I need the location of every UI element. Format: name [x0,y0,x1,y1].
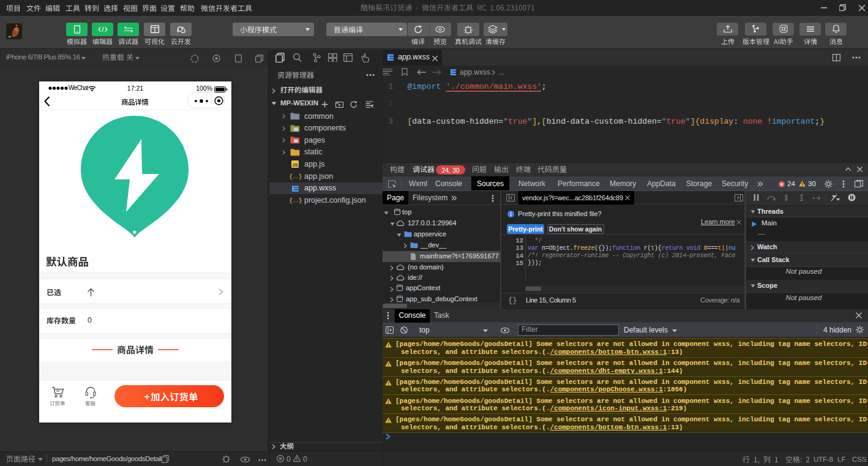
svg-text:JS: JS [292,162,298,168]
svg-text:{..}: {..} [290,174,302,180]
svg-text:{..}: {..} [290,198,302,204]
